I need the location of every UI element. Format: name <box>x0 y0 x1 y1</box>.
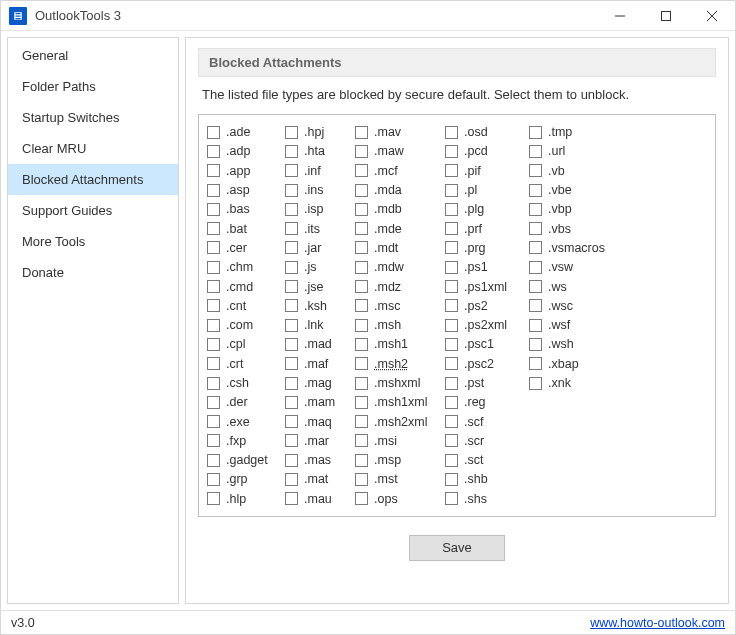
ext-checkbox[interactable] <box>285 338 298 351</box>
ext-checkbox[interactable] <box>285 241 298 254</box>
ext-checkbox[interactable] <box>207 357 220 370</box>
ext-checkbox[interactable] <box>355 492 368 505</box>
ext-checkbox[interactable] <box>285 396 298 409</box>
ext-checkbox[interactable] <box>445 319 458 332</box>
ext-checkbox[interactable] <box>355 261 368 274</box>
ext-checkbox[interactable] <box>207 396 220 409</box>
ext-checkbox[interactable] <box>445 357 458 370</box>
ext-checkbox[interactable] <box>207 222 220 235</box>
sidebar-item-support-guides[interactable]: Support Guides <box>8 195 178 226</box>
ext-checkbox[interactable] <box>445 454 458 467</box>
ext-checkbox[interactable] <box>207 280 220 293</box>
ext-checkbox[interactable] <box>355 203 368 216</box>
ext-checkbox[interactable] <box>445 473 458 486</box>
sidebar-item-folder-paths[interactable]: Folder Paths <box>8 71 178 102</box>
ext-checkbox[interactable] <box>207 145 220 158</box>
save-button[interactable]: Save <box>409 535 505 561</box>
ext-checkbox[interactable] <box>445 126 458 139</box>
ext-checkbox[interactable] <box>445 222 458 235</box>
ext-checkbox[interactable] <box>285 492 298 505</box>
ext-checkbox[interactable] <box>445 280 458 293</box>
sidebar-item-more-tools[interactable]: More Tools <box>8 226 178 257</box>
ext-checkbox[interactable] <box>207 434 220 447</box>
ext-checkbox[interactable] <box>207 319 220 332</box>
ext-checkbox[interactable] <box>445 377 458 390</box>
sidebar-item-donate[interactable]: Donate <box>8 257 178 288</box>
ext-checkbox[interactable] <box>207 261 220 274</box>
ext-checkbox[interactable] <box>285 126 298 139</box>
ext-checkbox[interactable] <box>355 241 368 254</box>
ext-checkbox[interactable] <box>355 434 368 447</box>
ext-checkbox[interactable] <box>445 396 458 409</box>
ext-checkbox[interactable] <box>445 492 458 505</box>
ext-checkbox[interactable] <box>207 203 220 216</box>
ext-checkbox[interactable] <box>355 473 368 486</box>
ext-checkbox[interactable] <box>529 377 542 390</box>
sidebar-item-clear-mru[interactable]: Clear MRU <box>8 133 178 164</box>
ext-checkbox[interactable] <box>355 126 368 139</box>
ext-checkbox[interactable] <box>207 184 220 197</box>
ext-checkbox[interactable] <box>529 357 542 370</box>
ext-checkbox[interactable] <box>529 261 542 274</box>
ext-checkbox[interactable] <box>445 241 458 254</box>
ext-checkbox[interactable] <box>529 203 542 216</box>
ext-checkbox[interactable] <box>207 299 220 312</box>
ext-checkbox[interactable] <box>285 415 298 428</box>
ext-checkbox[interactable] <box>207 454 220 467</box>
ext-checkbox[interactable] <box>355 357 368 370</box>
ext-checkbox[interactable] <box>285 377 298 390</box>
ext-checkbox[interactable] <box>285 454 298 467</box>
ext-checkbox[interactable] <box>445 261 458 274</box>
ext-checkbox[interactable] <box>355 319 368 332</box>
ext-checkbox[interactable] <box>285 319 298 332</box>
ext-checkbox[interactable] <box>529 184 542 197</box>
close-button[interactable] <box>689 1 735 31</box>
ext-checkbox[interactable] <box>207 492 220 505</box>
ext-checkbox[interactable] <box>445 338 458 351</box>
ext-checkbox[interactable] <box>355 454 368 467</box>
ext-checkbox[interactable] <box>355 338 368 351</box>
ext-checkbox[interactable] <box>285 203 298 216</box>
ext-checkbox[interactable] <box>355 184 368 197</box>
ext-checkbox[interactable] <box>355 377 368 390</box>
ext-checkbox[interactable] <box>445 415 458 428</box>
ext-checkbox[interactable] <box>207 126 220 139</box>
ext-checkbox[interactable] <box>207 338 220 351</box>
ext-checkbox[interactable] <box>355 164 368 177</box>
ext-checkbox[interactable] <box>355 299 368 312</box>
ext-checkbox[interactable] <box>445 203 458 216</box>
ext-checkbox[interactable] <box>529 222 542 235</box>
maximize-button[interactable] <box>643 1 689 31</box>
sidebar-item-blocked-attachments[interactable]: Blocked Attachments <box>8 164 178 195</box>
ext-checkbox[interactable] <box>445 164 458 177</box>
ext-checkbox[interactable] <box>207 377 220 390</box>
ext-checkbox[interactable] <box>355 415 368 428</box>
website-link[interactable]: www.howto-outlook.com <box>590 616 725 630</box>
ext-checkbox[interactable] <box>529 280 542 293</box>
ext-checkbox[interactable] <box>445 184 458 197</box>
ext-checkbox[interactable] <box>285 145 298 158</box>
ext-checkbox[interactable] <box>285 434 298 447</box>
ext-checkbox[interactable] <box>285 357 298 370</box>
ext-checkbox[interactable] <box>355 222 368 235</box>
ext-checkbox[interactable] <box>207 473 220 486</box>
ext-checkbox[interactable] <box>355 280 368 293</box>
sidebar-item-startup-switches[interactable]: Startup Switches <box>8 102 178 133</box>
ext-checkbox[interactable] <box>285 261 298 274</box>
ext-checkbox[interactable] <box>355 396 368 409</box>
ext-checkbox[interactable] <box>355 145 368 158</box>
ext-checkbox[interactable] <box>207 241 220 254</box>
ext-checkbox[interactable] <box>445 299 458 312</box>
minimize-button[interactable] <box>597 1 643 31</box>
ext-checkbox[interactable] <box>529 126 542 139</box>
ext-checkbox[interactable] <box>285 222 298 235</box>
ext-checkbox[interactable] <box>285 280 298 293</box>
ext-checkbox[interactable] <box>207 415 220 428</box>
ext-checkbox[interactable] <box>207 164 220 177</box>
ext-checkbox[interactable] <box>285 164 298 177</box>
ext-checkbox[interactable] <box>285 473 298 486</box>
ext-checkbox[interactable] <box>529 145 542 158</box>
sidebar-item-general[interactable]: General <box>8 40 178 71</box>
ext-checkbox[interactable] <box>529 164 542 177</box>
ext-checkbox[interactable] <box>529 338 542 351</box>
